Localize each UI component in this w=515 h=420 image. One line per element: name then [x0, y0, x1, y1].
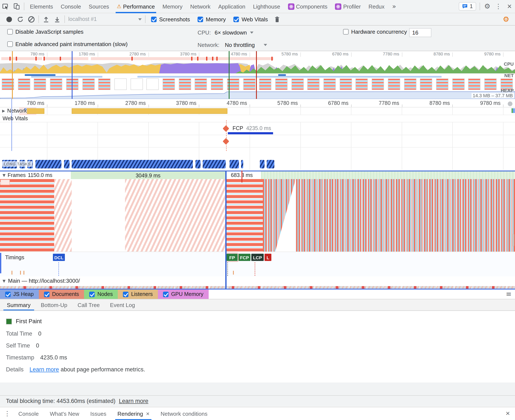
tab-application[interactable]: Application: [215, 0, 249, 13]
main-thread-flamechart-top[interactable]: [0, 286, 515, 289]
cpu-overview-chart[interactable]: CPU: [0, 60, 515, 73]
web-vitals-checkbox[interactable]: Web Vitals: [233, 16, 268, 22]
tab-network[interactable]: Network: [186, 0, 215, 13]
hardware-concurrency-checkbox[interactable]: Hardware concurrency: [343, 29, 407, 35]
filmstrip-thumbnail[interactable]: [259, 78, 271, 90]
fcp-marker-label[interactable]: FCP 4235.0 ms: [232, 125, 271, 131]
filmstrip-thumbnail[interactable]: [420, 78, 432, 90]
filmstrip-thumbnail[interactable]: [452, 78, 464, 90]
expanded-chevron-icon[interactable]: ▼: [3, 279, 6, 283]
network-throttle-select[interactable]: No throttling: [225, 42, 267, 48]
frames-filmstrip-content[interactable]: [0, 179, 515, 252]
load-badge[interactable]: L: [265, 254, 271, 261]
main-thread-track[interactable]: ▼ Main — http://localhost:3000/: [0, 276, 515, 290]
long-task-bar[interactable]: [267, 160, 274, 168]
tab-components[interactable]: Components: [284, 0, 331, 13]
learn-more-link[interactable]: Learn more: [30, 366, 59, 373]
tab-redux[interactable]: Redux: [365, 0, 388, 13]
tab-profiler[interactable]: Profiler: [331, 0, 365, 13]
close-tab-icon[interactable]: ×: [146, 411, 149, 417]
tab-lighthouse[interactable]: Lighthouse: [249, 0, 284, 13]
long-task-bar[interactable]: [35, 160, 61, 168]
frame-screenshot-stripes[interactable]: [263, 179, 515, 252]
frames-selection-divider[interactable]: [225, 171, 226, 289]
network-request-bar[interactable]: [72, 108, 227, 114]
filmstrip-thumbnail[interactable]: [484, 78, 497, 90]
filmstrip-thumbnail[interactable]: [243, 78, 255, 90]
filmstrip-thumbnail[interactable]: [162, 78, 175, 90]
long-task-bar[interactable]: [203, 160, 226, 168]
disable-js-samples-checkbox[interactable]: Disable JavaScript samples: [7, 29, 84, 35]
long-task-bar[interactable]: [241, 160, 243, 168]
long-task-bar[interactable]: [64, 160, 69, 168]
network-track[interactable]: ▶ Network: [0, 107, 515, 115]
filmstrip-thumbnail[interactable]: [372, 78, 384, 90]
tab-console[interactable]: Console: [57, 0, 85, 13]
filmstrip-thumbnail[interactable]: [195, 78, 207, 90]
frames-header-row[interactable]: 3049.9 ms ▼ Frames 1150.0 ms 683.3 ms: [0, 171, 515, 179]
main-track-header[interactable]: ▼ Main — http://localhost:3000/: [3, 278, 80, 284]
tab-sources[interactable]: Sources: [85, 0, 113, 13]
tab-event-log[interactable]: Event Log: [105, 299, 140, 310]
network-track-header[interactable]: ▶ Network: [2, 108, 27, 114]
console-messages-chip[interactable]: 1: [459, 2, 476, 11]
filmstrip-thumbnail[interactable]: [50, 78, 62, 90]
clear-button[interactable]: [26, 14, 37, 25]
lcp-badge[interactable]: LCP: [251, 254, 264, 261]
dcl-badge[interactable]: DCL: [53, 254, 65, 261]
vertical-scrollbar-thumb[interactable]: [512, 234, 514, 247]
history-select[interactable]: localhost #1: [68, 16, 142, 22]
overview-marker-green[interactable]: [229, 51, 229, 99]
filmstrip-thumbnail[interactable]: [404, 78, 416, 90]
cpu-throttle-select[interactable]: 6× slowdown: [215, 30, 253, 36]
frame-screenshot-block[interactable]: [227, 179, 263, 252]
overview-marker-orange[interactable]: [12, 51, 13, 99]
timings-track-label[interactable]: Timings: [5, 254, 24, 261]
screenshots-checkbox[interactable]: Screenshots: [151, 16, 190, 22]
collapsed-chevron-icon[interactable]: ▶: [2, 109, 5, 113]
advanced-paint-checkbox[interactable]: Enable advanced paint instrumentation (s…: [7, 41, 128, 47]
inspect-element-icon[interactable]: [0, 1, 11, 12]
js-heap-counter-checkbox[interactable]: JS Heap: [0, 290, 39, 299]
menu-icon[interactable]: ≡: [506, 291, 512, 298]
filmstrip-thumbnail[interactable]: [114, 78, 127, 90]
filmstrip-thumbnail[interactable]: [18, 78, 30, 90]
filmstrip-thumbnail[interactable]: [130, 78, 143, 90]
filmstrip-thumbnail[interactable]: [291, 78, 304, 90]
drawer-tab-rendering[interactable]: Rendering ×: [112, 407, 155, 420]
long-task-bar[interactable]: [195, 160, 200, 168]
fp-badge[interactable]: FP: [227, 254, 238, 261]
nodes-counter-checkbox[interactable]: Nodes: [84, 290, 118, 299]
drawer-tab-network-conditions[interactable]: Network conditions: [155, 407, 213, 420]
filmstrip-thumbnail[interactable]: [98, 78, 110, 90]
more-tabs-button[interactable]: »: [388, 0, 400, 13]
network-request-bar[interactable]: [512, 108, 513, 113]
save-profile-icon[interactable]: [52, 14, 63, 25]
filmstrip-thumbnail[interactable]: [211, 78, 223, 90]
tab-bottom-up[interactable]: Bottom-Up: [36, 299, 72, 310]
expanded-chevron-icon[interactable]: ▼: [3, 173, 6, 177]
long-task-bar[interactable]: [72, 160, 193, 168]
listeners-counter-checkbox[interactable]: Listeners: [118, 290, 158, 299]
filmstrip-thumbnail[interactable]: [388, 78, 400, 90]
filmstrip-thumbnail[interactable]: [178, 78, 191, 90]
frame-duration-block[interactable]: [261, 171, 515, 180]
filmstrip-thumbnail[interactable]: [275, 78, 288, 90]
filmstrip-thumbnail[interactable]: [436, 78, 448, 90]
filmstrip-thumbnail[interactable]: [468, 78, 481, 90]
load-profile-icon[interactable]: [40, 14, 52, 25]
network-request-bar[interactable]: [513, 108, 515, 113]
filmstrip-thumbnail[interactable]: [146, 78, 159, 90]
filmstrip-thumbnail[interactable]: [82, 78, 94, 90]
drawer-tab-issues[interactable]: Issues: [85, 407, 112, 420]
long-task-bar[interactable]: [230, 160, 239, 168]
settings-gear-icon[interactable]: ⚙: [482, 1, 493, 12]
device-toolbar-icon[interactable]: [11, 1, 22, 12]
network-request-bar[interactable]: [27, 108, 44, 114]
capture-settings-gear-icon[interactable]: ⚙: [500, 14, 512, 25]
record-button[interactable]: [3, 14, 15, 25]
reload-and-record-button[interactable]: [15, 14, 26, 25]
tab-elements[interactable]: Elements: [26, 0, 57, 13]
filmstrip-thumbnail[interactable]: [34, 78, 46, 90]
memory-checkbox[interactable]: Memory: [198, 16, 226, 22]
